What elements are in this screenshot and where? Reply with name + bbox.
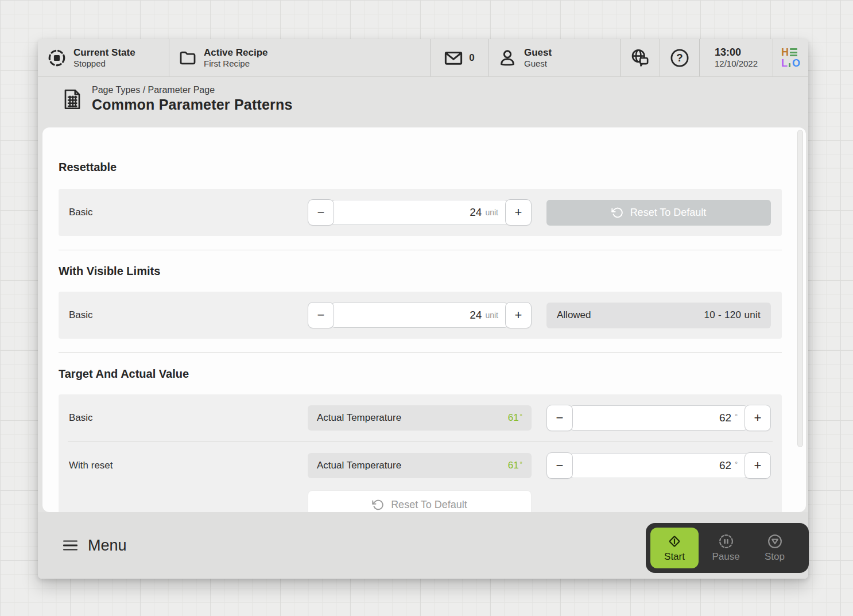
row-label: Basic	[69, 412, 293, 424]
reset-to-default-button[interactable]: Reset To Default	[546, 200, 771, 226]
clock-time: 13:00	[715, 46, 758, 59]
pause-icon	[718, 533, 734, 549]
value-text: 62	[719, 459, 731, 472]
current-state-value: Stopped	[73, 59, 135, 69]
stop-label: Stop	[765, 551, 785, 563]
menu-button[interactable]: Menu	[63, 537, 127, 555]
value-input[interactable]: 62 °	[570, 405, 747, 431]
actual-value: 61 °	[508, 412, 522, 424]
active-recipe-cell[interactable]: Active Recipe First Recipe	[169, 39, 431, 76]
increment-button[interactable]: +	[745, 452, 771, 479]
reset-to-default-button[interactable]: Reset To Default	[308, 490, 532, 512]
pause-label: Pause	[712, 551, 739, 563]
breadcrumb: Page Types / Parameter Page	[92, 85, 293, 95]
decrement-button[interactable]: −	[546, 405, 573, 431]
language-cell[interactable]	[621, 39, 660, 76]
stop-icon	[767, 533, 783, 549]
brand-cell: H L O	[773, 39, 808, 76]
folder-icon	[179, 49, 197, 67]
section-heading-resettable: Resettable	[59, 161, 782, 174]
helio-logo: H L O	[781, 47, 800, 68]
parameter-row-target-with-reset: With reset Actual Temperature 61 ° − 62 …	[59, 442, 782, 489]
row-label: Basic	[69, 309, 293, 321]
svg-text:?: ?	[676, 52, 683, 64]
top-status-bar: Current State Stopped Active Recipe Firs…	[38, 39, 808, 77]
value-text: 24	[470, 206, 482, 219]
value-input[interactable]: 24 unit	[331, 200, 508, 225]
actual-value-display: Actual Temperature 61 °	[308, 405, 532, 431]
value-text: 24	[470, 309, 482, 321]
section-divider	[59, 352, 782, 353]
target-stepper: − 62 ° +	[546, 405, 771, 431]
section-heading-target-actual: Target And Actual Value	[59, 367, 782, 381]
target-actual-group: Basic Actual Temperature 61 ° − 62 ° +	[59, 394, 782, 512]
increment-button[interactable]: +	[505, 302, 532, 328]
increment-button[interactable]: +	[505, 199, 532, 226]
messages-cell[interactable]: 0	[431, 39, 488, 76]
allowed-range-box: Allowed 10 - 120 unit	[546, 303, 771, 328]
page-title: Common Parameter Patterns	[92, 96, 293, 113]
section-heading-visible-limits: With Visible Limits	[59, 265, 782, 278]
content-panel: Resettable Basic − 24 unit + Reset To D	[42, 127, 806, 512]
parameter-row-resettable-basic: Basic − 24 unit + Reset To Default	[59, 189, 782, 236]
target-stepper: − 62 ° +	[546, 452, 771, 479]
stop-button[interactable]: Stop	[750, 528, 799, 568]
user-cell[interactable]: Guest Guest	[488, 39, 621, 76]
unit-text: unit	[485, 208, 498, 217]
decrement-button[interactable]: −	[546, 452, 573, 479]
page-header: Page Types / Parameter Page Common Param…	[38, 77, 808, 122]
logo-apostrophe	[789, 63, 790, 67]
parameter-row-limits-basic: Basic − 24 unit + Allowed 10 - 120 unit	[59, 292, 782, 339]
actual-value-number: 61	[508, 412, 519, 424]
user-role: Guest	[524, 59, 552, 69]
allowed-range-value: 10 - 120 unit	[704, 309, 761, 321]
reset-icon	[372, 499, 384, 511]
user-name: Guest	[524, 47, 552, 59]
unit-text: unit	[485, 311, 498, 320]
value-stepper: − 24 unit +	[308, 302, 532, 328]
hamburger-icon	[63, 540, 77, 551]
menu-label: Menu	[88, 537, 127, 555]
logo-letter-o: O	[792, 58, 800, 68]
current-state-label: Current State	[73, 47, 135, 59]
reset-button-label: Reset To Default	[630, 207, 707, 219]
increment-button[interactable]: +	[745, 405, 771, 431]
decrement-button[interactable]: −	[308, 199, 334, 226]
start-label: Start	[664, 551, 685, 563]
language-globe-icon	[630, 48, 650, 68]
decrement-button[interactable]: −	[308, 302, 334, 328]
allowed-label: Allowed	[557, 309, 591, 321]
value-stepper: − 24 unit +	[308, 199, 532, 226]
value-input[interactable]: 24 unit	[331, 303, 508, 328]
clock-date: 12/10/2022	[715, 59, 758, 69]
reset-icon	[611, 207, 623, 219]
current-state-cell: Current State Stopped	[38, 39, 169, 76]
help-cell[interactable]: ?	[660, 39, 700, 76]
logo-letter-h: H	[781, 47, 789, 57]
value-input[interactable]: 62 °	[570, 453, 747, 478]
machine-controls: Start Pause	[646, 523, 809, 573]
row-label: With reset	[69, 460, 293, 471]
active-recipe-value: First Recipe	[204, 59, 268, 69]
start-button[interactable]: Start	[650, 528, 699, 568]
actual-value: 61 °	[508, 460, 522, 471]
display-label: Actual Temperature	[317, 412, 401, 424]
logo-letter-e	[790, 48, 797, 56]
pause-button[interactable]: Pause	[701, 528, 750, 568]
help-icon: ?	[669, 48, 690, 68]
actual-value-number: 61	[508, 460, 519, 471]
section-divider	[59, 250, 782, 250]
parameter-page-icon	[62, 88, 83, 111]
messages-count-badge: 0	[469, 52, 474, 64]
datetime-cell: 13:00 12/10/2022	[700, 39, 773, 76]
value-text: 62	[719, 412, 731, 424]
vertical-scrollbar-thumb[interactable]	[797, 130, 803, 447]
unit-text: °	[735, 460, 738, 468]
reset-button-label: Reset To Default	[391, 499, 467, 511]
actual-value-unit: °	[520, 460, 522, 467]
reset-row: Reset To Default	[59, 489, 782, 512]
unit-text: °	[735, 413, 738, 421]
active-recipe-label: Active Recipe	[204, 47, 268, 59]
stopped-state-icon	[47, 48, 67, 68]
row-label: Basic	[69, 207, 293, 218]
